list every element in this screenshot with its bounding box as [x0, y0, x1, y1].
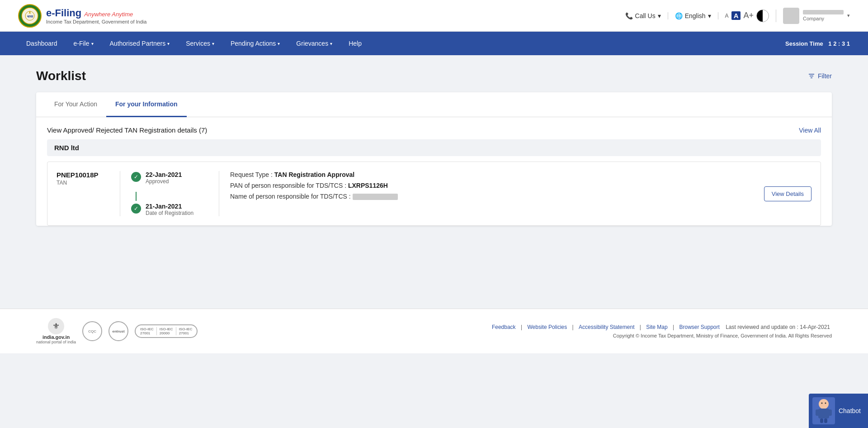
chatbot-figure-icon — [815, 399, 833, 423]
nav-item-efile[interactable]: e-File ▾ — [66, 32, 102, 55]
timeline-registration-info: 21-Jan-2021 Date of Registration — [146, 203, 193, 216]
chevron-down-icon: ▾ — [212, 41, 214, 46]
nav-item-authorised-partners[interactable]: Authorised Partners ▾ — [102, 32, 178, 55]
svg-point-13 — [821, 402, 822, 404]
nav-item-dashboard[interactable]: Dashboard — [18, 32, 66, 55]
font-size-controls: A A A+ — [725, 10, 776, 22]
chevron-down-icon: ▾ — [91, 41, 94, 46]
tab-for-your-action[interactable]: For Your Action — [45, 92, 106, 117]
person-name: Name of person responsible for TDS/TCS : — [230, 193, 753, 200]
iso-badges: ISO-IEC27001 ISO-IEC20000 ISO-IEC27001 — [135, 324, 198, 338]
nav-item-pending-actions[interactable]: Pending Actions ▾ — [222, 32, 288, 55]
svg-text:भारत: भारत — [27, 15, 33, 18]
nav-help-label: Help — [349, 40, 362, 47]
tab-for-your-information[interactable]: For your Information — [106, 92, 187, 117]
pan-value: LXRPS1126H — [348, 182, 388, 189]
footer-link-policies[interactable]: Website Policies — [527, 324, 567, 330]
section-title: View Approved/ Rejected TAN Registration… — [47, 126, 207, 134]
footer-copyright: Copyright © Income Tax Department, Minis… — [490, 333, 832, 338]
detail-card: PNEP10018P TAN ✓ 22-Jan-2021 Approved ✓ — [47, 162, 821, 226]
timeline-approved-status: Approved — [146, 178, 182, 185]
logo-subtitle: Income Tax Department, Government of Ind… — [46, 19, 146, 24]
timeline: ✓ 22-Jan-2021 Approved ✓ 21-Jan-2021 Dat… — [120, 171, 219, 216]
nav-services-label: Services — [186, 40, 210, 47]
navbar: Dashboard e-File ▾ Authorised Partners ▾… — [0, 32, 868, 55]
chevron-down-icon: ▾ — [330, 41, 332, 46]
section-header: View Approved/ Rejected TAN Registration… — [36, 117, 832, 139]
nav-dashboard-label: Dashboard — [26, 40, 57, 47]
svg-rect-10 — [828, 409, 832, 416]
worklist-card: For Your Action For your Information Vie… — [36, 92, 832, 226]
nav-pending-actions-label: Pending Actions — [231, 40, 276, 47]
request-info: Request Type : TAN Registration Approval… — [219, 171, 764, 200]
contrast-toggle-button[interactable] — [756, 10, 769, 22]
check-icon-approved: ✓ — [131, 172, 141, 182]
india-gov-text: india.gov.in — [42, 334, 70, 340]
india-emblem-icon: ⚜ — [48, 318, 64, 334]
logo-tagline: Anywhere Anytime — [84, 11, 133, 18]
person-name-redacted — [353, 194, 398, 200]
footer-link-sitemap[interactable]: Site Map — [646, 324, 667, 330]
timeline-registration-date: 21-Jan-2021 — [146, 203, 193, 210]
nav-item-services[interactable]: Services ▾ — [178, 32, 222, 55]
user-area: Company ▾ — [783, 8, 850, 24]
chevron-down-icon[interactable]: ▾ — [847, 13, 850, 19]
svg-rect-11 — [820, 418, 823, 423]
chevron-down-icon: ▾ — [658, 12, 661, 19]
footer-right: Feedback | Website Policies | Accessibil… — [490, 324, 832, 338]
session-time-value: 1 2 : 3 1 — [828, 40, 850, 47]
view-all-link[interactable]: View All — [799, 127, 821, 134]
footer-links: Feedback | Website Policies | Accessibil… — [490, 324, 832, 330]
main-content: Worklist Filter For Your Action For your… — [0, 55, 868, 309]
chevron-down-icon: ▾ — [278, 41, 280, 46]
svg-point-14 — [825, 402, 826, 404]
phone-icon: 📞 — [625, 12, 633, 19]
tabs: For Your Action For your Information — [36, 92, 832, 117]
timeline-connector — [136, 192, 137, 201]
call-us-button[interactable]: 📞 Call Us ▾ — [625, 12, 668, 19]
user-name-redacted — [803, 10, 844, 14]
footer: ⚜ india.gov.in national portal of india … — [0, 309, 868, 353]
entrust-badge: entrust — [108, 321, 128, 341]
session-time: Session Time 1 2 : 3 1 — [785, 40, 850, 47]
person-name-prefix: Name of person responsible for TDS/TCS : — [230, 193, 353, 200]
nav-efile-label: e-File — [74, 40, 90, 47]
company-block: RND ltd — [47, 139, 821, 156]
iso-1: ISO-IEC27001 — [140, 327, 157, 335]
font-normal-button[interactable]: A — [731, 11, 741, 20]
request-type: Request Type : TAN Registration Approval — [230, 171, 753, 178]
filter-icon — [808, 72, 815, 80]
timeline-item-approved: ✓ 22-Jan-2021 Approved — [131, 171, 208, 185]
call-us-label: Call Us — [635, 12, 656, 19]
timeline-registration-status: Date of Registration — [146, 210, 193, 216]
filter-button[interactable]: Filter — [808, 72, 832, 80]
cqc-badge: CQC — [82, 321, 102, 341]
chevron-down-icon: ▾ — [167, 41, 170, 46]
tan-info: PNEP10018P TAN — [57, 171, 120, 186]
language-label: English — [685, 12, 706, 19]
language-selector[interactable]: 🌐 English ▾ — [675, 12, 718, 19]
nav-item-grievances[interactable]: Grievances ▾ — [288, 32, 340, 55]
user-role-label: Company — [803, 10, 844, 21]
view-details-button[interactable]: View Details — [764, 186, 811, 201]
chatbot-button[interactable]: Chatbot — [809, 394, 868, 428]
nav-item-help[interactable]: Help — [340, 32, 370, 55]
header: भारत e-Filing Anywhere Anytime Income Ta… — [0, 0, 868, 32]
nav-grievances-label: Grievances — [296, 40, 328, 47]
chevron-down-icon: ▾ — [708, 12, 711, 19]
logo-main-text: e-Filing Anywhere Anytime — [46, 7, 146, 19]
footer-link-feedback[interactable]: Feedback — [492, 324, 516, 330]
chatbot-label: Chatbot — [839, 407, 861, 414]
footer-link-accessibility[interactable]: Accessibility Statement — [579, 324, 634, 330]
font-decrease-button[interactable]: A — [725, 13, 729, 19]
logo-area: भारत e-Filing Anywhere Anytime Income Ta… — [18, 4, 146, 28]
filter-label: Filter — [818, 72, 832, 80]
footer-link-browser[interactable]: Browser Support — [679, 324, 719, 330]
page-header: Worklist Filter — [36, 69, 832, 83]
font-increase-button[interactable]: A+ — [743, 11, 754, 20]
footer-logos: ⚜ india.gov.in national portal of india … — [36, 318, 198, 344]
request-type-prefix: Request Type : — [230, 171, 274, 178]
user-avatar — [783, 8, 799, 24]
india-gov-logo: ⚜ india.gov.in national portal of india — [36, 318, 76, 344]
svg-rect-12 — [824, 418, 827, 423]
